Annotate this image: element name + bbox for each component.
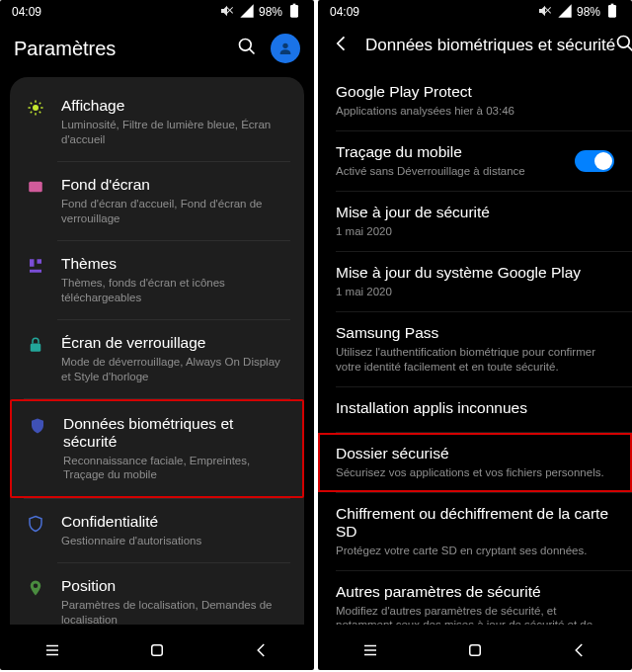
settings-item[interactable]: Fond d'écran Fond d'écran d'accueil, Fon… <box>10 162 304 240</box>
item-subtitle: Gestionnaire d'autorisations <box>61 534 290 548</box>
svg-line-11 <box>40 112 41 114</box>
wallpaper-icon <box>24 178 47 196</box>
lock-icon <box>24 336 47 354</box>
item-title: Écran de verrouillage <box>61 334 290 352</box>
nav-recents[interactable] <box>360 640 380 660</box>
settings-item[interactable]: Données biométriques et sécurité Reconna… <box>10 399 304 499</box>
settings-list[interactable]: Affichage Luminosité, Filtre de lumière … <box>0 77 314 625</box>
security-item[interactable]: Autres paramètres de sécuritéModifiez d'… <box>318 571 632 626</box>
back-icon[interactable] <box>332 34 352 57</box>
svg-rect-31 <box>470 645 481 656</box>
svg-point-2 <box>240 40 252 51</box>
nav-home[interactable] <box>465 640 485 660</box>
svg-line-10 <box>31 103 33 105</box>
item-title: Position <box>61 577 290 595</box>
search-icon[interactable] <box>237 37 257 60</box>
battery-text: 98% <box>577 5 600 19</box>
location-icon <box>24 579 47 597</box>
item-subtitle: Fond d'écran d'accueil, Fond d'écran de … <box>61 197 290 226</box>
item-title: Google Play Protect <box>336 83 614 101</box>
phone-right: 04:09 98% Données biométriques et sécuri… <box>318 0 632 670</box>
security-list[interactable]: Google Play ProtectApplications analysée… <box>318 71 632 625</box>
item-subtitle: Activé sans Déverrouillage à distance <box>336 164 614 179</box>
signal-icon <box>557 3 573 22</box>
battery-icon <box>604 3 620 22</box>
status-time: 04:09 <box>12 5 41 19</box>
security-item[interactable]: Samsung PassUtilisez l'authentification … <box>318 312 632 386</box>
svg-rect-24 <box>608 5 616 18</box>
status-bar: 04:09 98% <box>318 0 632 24</box>
security-item[interactable]: Traçage du mobileActivé sans Déverrouill… <box>318 131 632 191</box>
item-title: Chiffrement ou déchiffrement de la carte… <box>336 505 614 541</box>
security-item[interactable]: Mise à jour de sécurité1 mai 2020 <box>318 192 632 251</box>
item-title: Mise à jour du système Google Play <box>336 264 614 282</box>
battery-text: 98% <box>259 5 282 19</box>
avatar[interactable] <box>271 34 300 63</box>
header-actions <box>237 34 300 63</box>
svg-rect-15 <box>30 259 35 267</box>
item-title: Données biométriques et sécurité <box>63 415 288 451</box>
search-icon[interactable] <box>615 34 632 57</box>
status-time: 04:09 <box>330 5 359 19</box>
nav-home[interactable] <box>147 640 167 660</box>
toggle-switch[interactable] <box>575 150 614 172</box>
header: Données biométriques et sécurité <box>318 24 632 71</box>
page-title: Paramètres <box>14 38 116 60</box>
settings-item[interactable]: Écran de verrouillage Mode de déverrouil… <box>10 320 304 398</box>
item-subtitle: Mode de déverrouillage, Always On Displa… <box>61 355 290 384</box>
svg-line-12 <box>31 112 33 114</box>
nav-recents[interactable] <box>42 640 62 660</box>
item-subtitle: 1 mai 2020 <box>336 285 614 299</box>
shield-outline-icon <box>24 515 47 533</box>
security-item[interactable]: Mise à jour du système Google Play1 mai … <box>318 252 632 311</box>
security-item[interactable]: Google Play ProtectApplications analysée… <box>318 71 632 130</box>
settings-item[interactable]: Position Paramètres de localisation, Dem… <box>10 563 304 625</box>
item-subtitle: Applications analysées hier à 03:46 <box>336 104 614 119</box>
svg-point-5 <box>33 105 39 111</box>
item-subtitle: Paramètres de localisation, Demandes de … <box>61 598 290 625</box>
security-item[interactable]: Installation applis inconnues <box>318 387 632 432</box>
item-title: Fond d'écran <box>61 176 290 194</box>
item-subtitle: 1 mai 2020 <box>336 224 614 239</box>
settings-item[interactable]: Affichage Luminosité, Filtre de lumière … <box>10 83 304 161</box>
svg-rect-1 <box>293 3 296 4</box>
svg-line-27 <box>628 46 632 51</box>
item-title: Confidentialité <box>61 513 290 531</box>
mute-icon <box>219 3 235 22</box>
item-title: Mise à jour de sécurité <box>336 204 614 221</box>
svg-line-3 <box>250 49 255 54</box>
mute-icon <box>537 3 553 22</box>
header: Paramètres <box>0 24 314 77</box>
header-left: Données biométriques et sécurité <box>332 34 615 57</box>
item-subtitle: Modifiez d'autres paramètres de sécurité… <box>336 604 614 626</box>
nav-back[interactable] <box>252 640 272 660</box>
item-subtitle: Protégez votre carte SD en cryptant ses … <box>336 544 614 558</box>
item-title: Autres paramètres de sécurité <box>336 583 614 601</box>
svg-rect-18 <box>31 343 41 351</box>
item-title: Thèmes <box>61 255 290 273</box>
brightness-icon <box>24 99 47 117</box>
status-right: 98% <box>219 3 302 22</box>
status-right: 98% <box>537 3 620 22</box>
status-bar: 04:09 98% <box>0 0 314 24</box>
item-subtitle: Reconnaissance faciale, Empreintes, Traç… <box>63 454 288 483</box>
security-item[interactable]: Chiffrement ou déchiffrement de la carte… <box>318 493 632 570</box>
themes-icon <box>24 257 47 275</box>
page-title: Données biométriques et sécurité <box>365 36 615 55</box>
settings-item[interactable]: Confidentialité Gestionnaire d'autorisat… <box>10 499 304 562</box>
signal-icon <box>239 3 255 22</box>
svg-point-4 <box>282 43 287 48</box>
shield-icon <box>26 417 49 435</box>
svg-rect-25 <box>611 3 614 4</box>
phone-left: 04:09 98% Paramètres Affichag <box>0 0 314 670</box>
svg-point-26 <box>618 37 630 48</box>
settings-item[interactable]: Thèmes Thèmes, fonds d'écran et icônes t… <box>10 241 304 319</box>
svg-line-13 <box>40 103 41 105</box>
item-subtitle: Utilisez l'authentification biométrique … <box>336 345 614 375</box>
navbar <box>0 630 314 670</box>
item-subtitle: Luminosité, Filtre de lumière bleue, Écr… <box>61 118 290 147</box>
security-item[interactable]: Dossier sécuriséSécurisez vos applicatio… <box>318 433 632 492</box>
item-subtitle: Thèmes, fonds d'écran et icônes téléchar… <box>61 276 290 305</box>
svg-rect-0 <box>290 5 298 18</box>
nav-back[interactable] <box>570 640 590 660</box>
